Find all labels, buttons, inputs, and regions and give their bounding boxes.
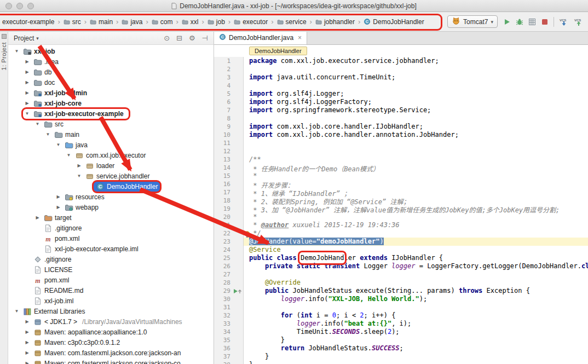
expand-arrow-icon[interactable]: ▼ — [65, 153, 73, 158]
tree-item-maven-c3p0-c3p0-0-9-1-2[interactable]: ▶Maven: c3p0:c3p0:0.9.1.2 — [8, 337, 214, 348]
intention-bulb-icon[interactable] — [244, 231, 250, 240]
expand-arrow-icon[interactable]: ▼ — [13, 309, 21, 314]
tree-item-java[interactable]: ▼java — [8, 140, 214, 150]
gutter-spacer — [233, 247, 243, 253]
breadcrumb-item-jobhandler[interactable]: jobhandler — [314, 17, 356, 27]
tree-item-external-libraries[interactable]: ▼External Libraries — [8, 306, 214, 316]
run-config-select[interactable]: Tomcat7 ▾ — [447, 15, 498, 28]
tree-item-license[interactable]: LICENSE — [8, 264, 214, 275]
collapse-arrow-icon[interactable]: ▶ — [54, 194, 62, 199]
tool-window-button-project[interactable]: 1: Project — [1, 42, 7, 70]
collapse-arrow-icon[interactable]: ▶ — [23, 340, 31, 345]
expand-arrow-icon[interactable]: ▼ — [54, 142, 62, 147]
tree-item-maven-com-fasterxml-jackson-core-jackson-co[interactable]: ▶Maven: com.fasterxml.jackson.core:jacks… — [8, 358, 214, 364]
run-icon[interactable] — [503, 18, 511, 26]
gutter-spacer — [233, 337, 243, 344]
tree-item-db[interactable]: ▶db — [8, 67, 214, 77]
tree-item-src[interactable]: ▼src — [8, 119, 214, 129]
expand-arrow-icon[interactable]: ▼ — [75, 174, 83, 178]
tree-item-gitignore[interactable]: .gitignore — [8, 254, 214, 264]
breadcrumb-item-executor[interactable]: executor — [233, 17, 269, 27]
file-icon — [171, 3, 177, 9]
collapse-arrow-icon[interactable]: ▶ — [23, 90, 31, 95]
expand-arrow-icon[interactable]: ▼ — [23, 111, 31, 116]
close-button[interactable] — [5, 3, 12, 9]
tree-item-com-xxl-job-executor[interactable]: ▼com.xxl.job.executor — [8, 150, 214, 160]
expand-arrow-icon[interactable]: ▼ — [44, 132, 52, 137]
tree-item-label: com.xxl.job.executor — [86, 152, 146, 159]
tree-item-xxl-job-admin[interactable]: ▶xxl-job-admin — [8, 88, 214, 98]
collapse-arrow-icon[interactable]: ▶ — [23, 80, 31, 85]
coverage-icon[interactable] — [528, 18, 536, 26]
tree-item-jdk1-7[interactable]: ▶< JDK1.7 >/Library/Java/JavaVirtualMach… — [8, 316, 214, 327]
tree-item-idea[interactable]: ▶.idea — [8, 56, 214, 67]
stop-icon[interactable] — [541, 18, 549, 26]
gutter-spacer — [233, 304, 243, 311]
tree-item-label: webapp — [76, 204, 99, 211]
tree-item-service-jobhandler[interactable]: ▼service.jobhandler — [8, 171, 214, 181]
collapse-arrow-icon[interactable]: ▶ — [23, 361, 31, 364]
collapse-arrow-icon[interactable]: ▶ — [23, 101, 31, 106]
minimize-button[interactable] — [16, 3, 23, 9]
tree-item-label: DemoJobHandler — [107, 183, 158, 190]
breadcrumb-item-java[interactable]: java — [120, 17, 143, 27]
breadcrumb-item-service[interactable]: service — [276, 17, 308, 27]
tree-item-main[interactable]: ▼main — [8, 129, 214, 140]
hide-panel-icon[interactable]: ⊣ — [200, 34, 210, 42]
breadcrumb-item-main[interactable]: main — [89, 17, 114, 27]
code-lines[interactable]: package com.xxl.job.executor.service.job… — [244, 57, 588, 364]
breadcrumb-item-src[interactable]: src — [62, 17, 82, 27]
collapse-arrow-icon[interactable]: ▶ — [23, 59, 31, 64]
tree-item-gitignore[interactable]: .gitignore — [8, 223, 214, 233]
code-line: * 1、继承 “IJobHandler” ； — [244, 188, 588, 197]
tree-item-pom-xml[interactable]: mpom.xml — [8, 275, 214, 285]
tree-item-xxl-job[interactable]: ▼xxl-job — [8, 46, 214, 56]
breadcrumb-item-job[interactable]: job — [206, 17, 226, 27]
collapse-arrow-icon[interactable]: ▶ — [23, 319, 31, 324]
locate-icon[interactable]: ⊙ — [162, 34, 172, 42]
expand-arrow-icon[interactable]: ▼ — [13, 49, 21, 54]
package-icon — [75, 151, 84, 160]
vcs-update-icon[interactable]: VCS — [559, 18, 569, 26]
tree-item-maven-com-fasterxml-jackson-core-jackson-an[interactable]: ▶Maven: com.fasterxml.jackson.core:jacks… — [8, 348, 214, 358]
tree-item-loader[interactable]: ▶loader — [8, 160, 214, 171]
web-folder-icon — [65, 203, 73, 212]
tree-item-readme-md[interactable]: README.md — [8, 285, 214, 296]
close-icon[interactable]: × — [298, 34, 302, 42]
breadcrumb-item-demojobhandler[interactable]: CDemoJobHandler — [362, 17, 425, 27]
tree-item-demojobhandler[interactable]: CDemoJobHandler — [8, 181, 214, 192]
collapse-arrow-icon[interactable]: ▶ — [23, 330, 31, 334]
collapse-arrow-icon[interactable]: ▶ — [54, 205, 62, 210]
debug-icon[interactable] — [516, 18, 523, 26]
override-method-marker-icon[interactable] — [233, 288, 243, 294]
tree-item-xxl-job-core[interactable]: ▶xxl-job-core — [8, 98, 214, 108]
gutter: 1234567891011121314151617181920212223242… — [214, 57, 244, 364]
tree-item-resources[interactable]: ▶resources — [8, 192, 214, 202]
tree-item-xxl-job-iml[interactable]: xxl-job.iml — [8, 296, 214, 306]
vcs-commit-icon[interactable]: VCS — [574, 18, 584, 26]
breadcrumb-item-xxl[interactable]: xxl — [181, 17, 200, 27]
expand-arrow-icon[interactable]: ▼ — [33, 122, 42, 126]
resources-folder-icon — [65, 193, 73, 201]
tree-item-xxl-job-executor-example-iml[interactable]: xxl-job-executor-example.iml — [8, 244, 214, 254]
collapse-arrow-icon[interactable]: ▶ — [33, 215, 42, 220]
tree-item-target[interactable]: ▶target — [8, 212, 214, 223]
zoom-button[interactable] — [27, 3, 34, 9]
chevron-down-icon[interactable]: ▾ — [36, 36, 39, 41]
tree-item-webapp[interactable]: ▶webapp — [8, 202, 214, 212]
collapse-arrow-icon[interactable]: ▶ — [23, 70, 31, 74]
collapse-arrow-icon[interactable]: ▶ — [75, 163, 83, 168]
tree-item-maven-aopalliance-aopalliance-1-0[interactable]: ▶Maven: aopalliance:aopalliance:1.0 — [8, 327, 214, 337]
tab-demojobhandler-java[interactable]: C DemoJobHandler.java × — [214, 32, 307, 44]
breadcrumb-pill[interactable]: DemoJobHandler — [249, 47, 307, 55]
tree-item-pom-xml[interactable]: mpom.xml — [8, 233, 214, 244]
jdk-icon — [33, 317, 42, 326]
collapse-all-icon[interactable]: ⊟ — [174, 34, 185, 42]
collapse-arrow-icon[interactable]: ▶ — [23, 350, 31, 355]
code-area[interactable]: 1234567891011121314151617181920212223242… — [214, 57, 588, 364]
tree-item-doc[interactable]: ▶doc — [8, 77, 214, 88]
settings-gear-icon[interactable]: ⚙ — [187, 34, 198, 42]
breadcrumb-item-com[interactable]: com — [151, 17, 174, 27]
tree-item-xxl-job-executor-example[interactable]: ▼xxl-job-executor-example — [8, 108, 214, 119]
breadcrumb-item-executor-example[interactable]: executor-example — [1, 17, 55, 27]
